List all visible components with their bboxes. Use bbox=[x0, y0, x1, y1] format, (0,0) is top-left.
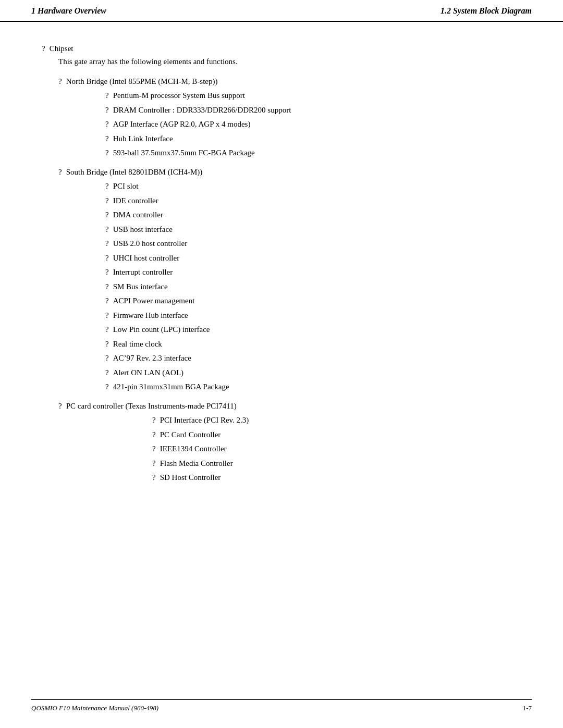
bullet-icon: ? bbox=[105, 310, 109, 322]
north-bridge-heading: ? North Bridge (Intel 855PME (MCH-M, B-s… bbox=[58, 76, 521, 88]
bullet-chipset: ? bbox=[42, 43, 45, 55]
list-item: ?UHCI host controller bbox=[105, 252, 521, 264]
header-left: 1 Hardware Overview bbox=[31, 6, 106, 16]
list-item: ?Interrupt controller bbox=[105, 266, 521, 278]
south-bridge-items: ?PCI slot?IDE controller?DMA controller?… bbox=[105, 180, 521, 393]
bullet-icon: ? bbox=[105, 224, 109, 236]
list-item: ?USB 2.0 host controller bbox=[105, 238, 521, 250]
list-item: ?PC Card Controller bbox=[152, 429, 521, 441]
bullet-icon: ? bbox=[105, 266, 109, 278]
item-text: IEEE1394 Controller bbox=[160, 443, 521, 455]
item-text: 593-ball 37.5mmx37.5mm FC-BGA Package bbox=[113, 147, 521, 159]
list-item: ?DRAM Controller : DDR333/DDR266/DDR200 … bbox=[105, 104, 521, 116]
bullet-icon: ? bbox=[152, 443, 156, 455]
list-item: ?IDE controller bbox=[105, 195, 521, 207]
item-text: Pentium-M processor System Bus support bbox=[113, 90, 521, 102]
item-text: AGP Interface (AGP R2.0, AGP x 4 modes) bbox=[113, 118, 521, 130]
list-item: ?593-ball 37.5mmx37.5mm FC-BGA Package bbox=[105, 147, 521, 159]
list-item: ?PCI slot bbox=[105, 180, 521, 192]
bullet-icon: ? bbox=[105, 238, 109, 250]
chipset-heading: ? Chipset bbox=[42, 43, 521, 55]
footer-right: 1-7 bbox=[523, 704, 532, 712]
item-text: USB host interface bbox=[113, 224, 521, 236]
pc-card-items: ?PCI Interface (PCI Rev. 2.3)?PC Card Co… bbox=[152, 414, 521, 484]
page-footer: QOSMIO F10 Maintenance Manual (960-498) … bbox=[31, 699, 532, 712]
item-text: 421-pin 31mmx31mm BGA Package bbox=[113, 381, 521, 393]
item-text: Low Pin count (LPC) interface bbox=[113, 324, 521, 336]
bullet-icon: ? bbox=[105, 367, 109, 379]
item-text: Alert ON LAN (AOL) bbox=[113, 367, 521, 379]
bullet-icon: ? bbox=[105, 381, 109, 393]
list-item: ?AC’97 Rev. 2.3 interface bbox=[105, 352, 521, 364]
north-bridge-section: ? North Bridge (Intel 855PME (MCH-M, B-s… bbox=[58, 76, 521, 159]
bullet-icon: ? bbox=[105, 209, 109, 221]
bullet-icon: ? bbox=[152, 472, 156, 484]
bullet-icon: ? bbox=[152, 429, 156, 441]
bullet-icon: ? bbox=[105, 133, 109, 145]
item-text: Real time clock bbox=[113, 338, 521, 350]
bullet-icon: ? bbox=[105, 324, 109, 336]
list-item: ?USB host interface bbox=[105, 224, 521, 236]
footer-left: QOSMIO F10 Maintenance Manual (960-498) bbox=[31, 704, 158, 712]
item-text: USB 2.0 host controller bbox=[113, 238, 521, 250]
bullet-icon: ? bbox=[152, 458, 156, 470]
item-text: DRAM Controller : DDR333/DDR266/DDR200 s… bbox=[113, 104, 521, 116]
item-text: SD Host Controller bbox=[160, 472, 521, 484]
bullet-icon: ? bbox=[105, 180, 109, 192]
chipset-label: Chipset bbox=[50, 43, 521, 55]
item-text: IDE controller bbox=[113, 195, 521, 207]
pc-card-section: ? PC card controller (Texas Instruments-… bbox=[58, 400, 521, 484]
page-content: ? Chipset This gate array has the follow… bbox=[0, 22, 563, 533]
north-bridge-items: ?Pentium-M processor System Bus support?… bbox=[105, 90, 521, 159]
item-text: Interrupt controller bbox=[113, 266, 521, 278]
list-item: ?AGP Interface (AGP R2.0, AGP x 4 modes) bbox=[105, 118, 521, 130]
bullet-icon: ? bbox=[105, 252, 109, 264]
item-text: PCI slot bbox=[113, 180, 521, 192]
bullet-icon: ? bbox=[105, 295, 109, 307]
bullet-icon: ? bbox=[152, 414, 156, 426]
bullet-icon: ? bbox=[105, 90, 109, 102]
list-item: ?DMA controller bbox=[105, 209, 521, 221]
south-bridge-label: South Bridge (Intel 82801DBM (ICH4-M)) bbox=[66, 166, 521, 178]
bullet-icon: ? bbox=[105, 118, 109, 130]
list-item: ?SD Host Controller bbox=[152, 472, 521, 484]
south-bridge-section: ? South Bridge (Intel 82801DBM (ICH4-M))… bbox=[58, 166, 521, 393]
bullet-icon: ? bbox=[105, 338, 109, 350]
item-text: DMA controller bbox=[113, 209, 521, 221]
item-text: PC Card Controller bbox=[160, 429, 521, 441]
bullet-icon: ? bbox=[105, 104, 109, 116]
item-text: ACPI Power management bbox=[113, 295, 521, 307]
item-text: PCI Interface (PCI Rev. 2.3) bbox=[160, 414, 521, 426]
page-header: 1 Hardware Overview 1.2 System Block Dia… bbox=[0, 0, 563, 22]
pc-card-heading: ? PC card controller (Texas Instruments-… bbox=[58, 400, 521, 412]
list-item: ?Alert ON LAN (AOL) bbox=[105, 367, 521, 379]
header-right: 1.2 System Block Diagram bbox=[440, 6, 532, 16]
list-item: ?Flash Media Controller bbox=[152, 458, 521, 470]
list-item: ?IEEE1394 Controller bbox=[152, 443, 521, 455]
item-text: AC’97 Rev. 2.3 interface bbox=[113, 352, 521, 364]
south-bridge-heading: ? South Bridge (Intel 82801DBM (ICH4-M)) bbox=[58, 166, 521, 178]
item-text: Hub Link Interface bbox=[113, 133, 521, 145]
pc-card-label: PC card controller (Texas Instruments-ma… bbox=[66, 400, 521, 412]
north-bridge-label: North Bridge (Intel 855PME (MCH-M, B-ste… bbox=[66, 76, 521, 88]
list-item: ?Low Pin count (LPC) interface bbox=[105, 324, 521, 336]
item-text: Firmware Hub interface bbox=[113, 310, 521, 322]
list-item: ?421-pin 31mmx31mm BGA Package bbox=[105, 381, 521, 393]
list-item: ?PCI Interface (PCI Rev. 2.3) bbox=[152, 414, 521, 426]
item-text: UHCI host controller bbox=[113, 252, 521, 264]
intro-text: This gate array has the following elemen… bbox=[58, 57, 521, 66]
list-item: ?Real time clock bbox=[105, 338, 521, 350]
list-item: ?SM Bus interface bbox=[105, 281, 521, 293]
bullet-north: ? bbox=[58, 76, 62, 88]
bullet-icon: ? bbox=[105, 352, 109, 364]
item-text: SM Bus interface bbox=[113, 281, 521, 293]
list-item: ?ACPI Power management bbox=[105, 295, 521, 307]
bullet-pc-card: ? bbox=[58, 400, 62, 412]
bullet-south: ? bbox=[58, 166, 62, 178]
item-text: Flash Media Controller bbox=[160, 458, 521, 470]
bullet-icon: ? bbox=[105, 195, 109, 207]
list-item: ?Hub Link Interface bbox=[105, 133, 521, 145]
page-container: 1 Hardware Overview 1.2 System Block Dia… bbox=[0, 0, 563, 728]
bullet-icon: ? bbox=[105, 147, 109, 159]
list-item: ?Pentium-M processor System Bus support bbox=[105, 90, 521, 102]
